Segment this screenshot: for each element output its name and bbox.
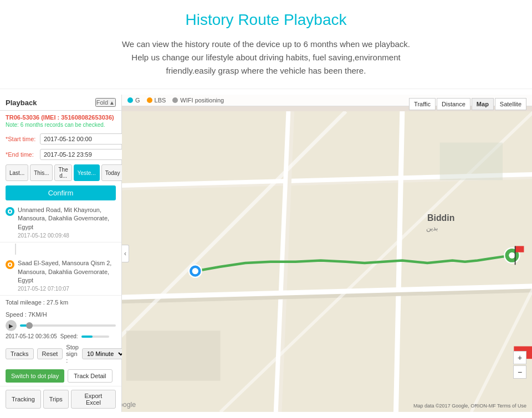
device-id: TR06-53036 (IMEI : 351608082653036) [0, 111, 121, 122]
start-time-label: *Start time: [6, 136, 37, 142]
end-location-time: 2017-05-12 07:10:07 [6, 286, 116, 292]
speed-slider[interactable] [81, 336, 109, 338]
start-location-icon [6, 207, 14, 216]
satellite-button[interactable]: Satellite [495, 98, 526, 110]
datetime-speed-row: 2017-05-12 00:36:05 Speed: [0, 332, 121, 342]
bottom-tabs: Tracking Trips Export Excel [0, 386, 121, 412]
date-buttons-row: Last... This... The d... Yeste... Today [0, 162, 121, 183]
fold-arrow-icon: ▲ [109, 100, 115, 106]
legend-label-lbs: LBS [155, 97, 166, 104]
end-time-label: *End time: [6, 151, 37, 158]
reset-button[interactable]: Reset [37, 348, 63, 359]
stop-sign-select[interactable]: 10 Minute 5 Minute 15 Minute 30 Minute [82, 348, 126, 359]
map-area: G LBS WIFI positioning Traffic Distance … [122, 95, 532, 412]
playback-slider-row: ▶ [0, 319, 121, 332]
fold-button[interactable]: Fold ▲ [95, 98, 116, 107]
map-view-controls: Traffic Distance Map Satellite [409, 98, 526, 110]
main-content: Playback Fold ▲ TR06-53036 (IMEI : 35160… [0, 89, 532, 412]
date-btn-this[interactable]: This... [30, 164, 53, 181]
map-svg: Biddin بدين Google [122, 111, 532, 412]
stop-sign-label: Stop sign : [66, 344, 79, 364]
location-end-item: Saad El-Sayed, Mansoura Qism 2, Mansoura… [0, 256, 121, 296]
traffic-button[interactable]: Traffic [409, 98, 436, 110]
action-buttons-row: Switch to dot play Track Detail [0, 366, 121, 386]
playback-slider[interactable] [20, 324, 116, 327]
date-btn-the-day[interactable]: The d... [54, 164, 71, 181]
legend-dot-g [127, 97, 133, 103]
legend-lbs: LBS [147, 97, 166, 104]
page-description: We can view the history route of the dev… [22, 38, 510, 78]
playback-label: Playback [6, 99, 37, 107]
legend-dot-wifi [172, 97, 178, 103]
end-location-icon [6, 260, 14, 269]
svg-point-23 [509, 252, 515, 259]
distance-button[interactable]: Distance [437, 98, 470, 110]
device-note: Note: 6 months records can be checked. [0, 122, 121, 131]
svg-text:بدين: بدين [426, 224, 438, 232]
start-time-input[interactable] [40, 133, 124, 145]
map-zoom-controls: + − [513, 351, 526, 379]
tracking-tab[interactable]: Tracking [6, 390, 41, 409]
map-button[interactable]: Map [472, 98, 494, 110]
play-button[interactable]: ▶ [6, 320, 17, 331]
svg-rect-17 [440, 143, 503, 180]
legend-dot-lbs [147, 97, 152, 103]
legend-label-wifi: WIFI positioning [180, 97, 224, 104]
track-detail-button[interactable]: Track Detail [68, 369, 112, 383]
svg-text:Biddin: Biddin [427, 213, 454, 223]
switch-dotplay-button[interactable]: Switch to dot play [6, 369, 64, 383]
end-time-input[interactable] [40, 149, 124, 160]
location-divider [0, 242, 121, 256]
export-excel-tab[interactable]: Export Excel [71, 390, 116, 409]
speed-label: Speed: [60, 333, 78, 339]
playback-header: Playback Fold ▲ [0, 95, 121, 111]
svg-rect-16 [126, 331, 221, 381]
datetime-display: 2017-05-12 00:36:05 [6, 333, 57, 339]
page-title: History Route Playback [22, 11, 510, 29]
start-location-time: 2017-05-12 00:09:48 [6, 233, 116, 239]
map-attribution: Map data ©2017 Google, ORION-MF Terms of… [413, 403, 526, 409]
legend-wifi: WIFI positioning [172, 97, 224, 104]
date-btn-yesterday[interactable]: Yeste... [74, 164, 100, 181]
speed-display: Speed : 7KM/H [0, 309, 121, 319]
legend-label-g: G [135, 97, 140, 104]
end-location-text: Saad El-Sayed, Mansoura Qism 2, Mansoura… [18, 259, 116, 285]
start-location-text: Unnamed Road, Mit Khayroun, Mansoura, Da… [18, 206, 116, 231]
confirm-button[interactable]: Confirm [6, 185, 116, 200]
date-btn-today[interactable]: Today [101, 164, 124, 181]
map-collapse-button[interactable]: ‹ [122, 245, 129, 262]
svg-point-3 [9, 264, 11, 266]
svg-point-1 [9, 210, 11, 213]
svg-text:Google: Google [122, 401, 136, 409]
start-time-row: *Start time: [0, 131, 121, 147]
location-start-item: Unnamed Road, Mit Khayroun, Mansoura, Da… [0, 203, 121, 242]
zoom-out-button[interactable]: − [513, 365, 526, 379]
map-toolbar: G LBS WIFI positioning Traffic Distance … [122, 95, 532, 106]
total-mileage: Total mileage : 27.5 km [0, 296, 121, 309]
legend-g: G [127, 97, 140, 104]
page-header: History Route Playback We can view the h… [0, 0, 532, 83]
date-btn-last[interactable]: Last... [6, 164, 28, 181]
trips-tab[interactable]: Trips [43, 390, 69, 409]
svg-rect-24 [515, 246, 524, 252]
svg-point-21 [192, 268, 198, 274]
zoom-in-button[interactable]: + [513, 351, 526, 364]
tracks-button[interactable]: Tracks [6, 348, 34, 359]
end-time-row: *End time: [0, 147, 121, 162]
left-panel: Playback Fold ▲ TR06-53036 (IMEI : 35160… [0, 95, 122, 412]
controls-row: Tracks Reset Stop sign : 10 Minute 5 Min… [0, 342, 121, 366]
